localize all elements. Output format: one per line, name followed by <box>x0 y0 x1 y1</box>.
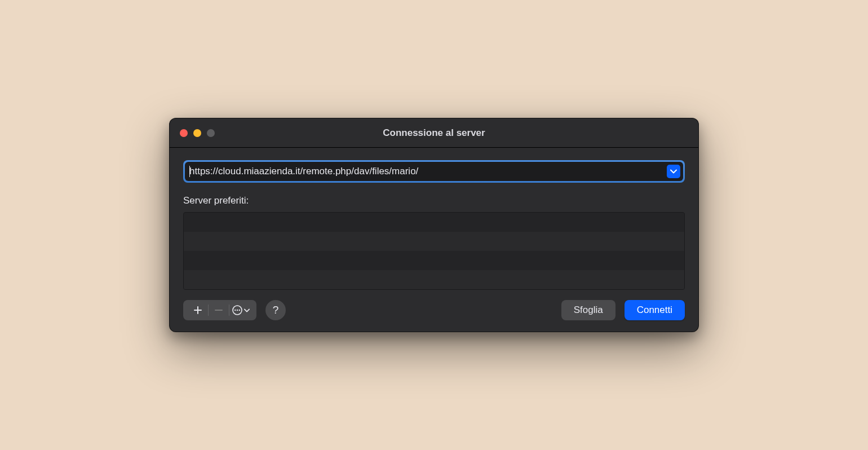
window-controls <box>180 129 215 137</box>
server-address-field-focus-ring <box>183 160 685 183</box>
add-favorite-button[interactable] <box>189 300 207 320</box>
favorite-servers-label: Server preferiti: <box>183 195 685 206</box>
more-actions-button[interactable] <box>231 305 251 316</box>
chevron-down-icon <box>670 169 677 174</box>
browse-button[interactable]: Sfoglia <box>561 300 615 320</box>
server-address-dropdown-button[interactable] <box>667 165 680 178</box>
footer: ? Sfoglia Connetti <box>183 300 685 320</box>
close-window-button[interactable] <box>180 129 188 137</box>
minimize-window-button[interactable] <box>193 129 201 137</box>
footer-left-controls: ? <box>183 300 286 320</box>
svg-point-3 <box>239 310 240 311</box>
footer-right-controls: Sfoglia Connetti <box>561 300 685 320</box>
list-row[interactable] <box>184 213 684 232</box>
plus-icon <box>193 306 202 315</box>
help-button[interactable]: ? <box>265 300 286 320</box>
titlebar: Connessione al server <box>170 118 698 148</box>
list-row[interactable] <box>184 232 684 251</box>
remove-favorite-button <box>210 300 228 320</box>
text-cursor <box>189 166 190 177</box>
connect-button[interactable]: Connetti <box>625 300 685 320</box>
list-actions-segmented <box>183 300 256 320</box>
svg-point-2 <box>237 310 238 311</box>
window-content: Server preferiti: <box>170 148 698 332</box>
zoom-window-button <box>207 129 215 137</box>
favorite-servers-list[interactable] <box>183 212 685 290</box>
connect-to-server-window: Connessione al server Server preferiti: <box>169 118 699 332</box>
svg-point-1 <box>234 310 236 311</box>
chevron-down-icon <box>244 308 250 312</box>
minus-icon <box>214 306 223 315</box>
segment-divider <box>208 305 209 316</box>
window-title: Connessione al server <box>170 127 698 139</box>
list-row[interactable] <box>184 251 684 270</box>
server-address-input[interactable] <box>185 162 667 181</box>
more-icon-button[interactable] <box>232 305 243 316</box>
server-address-combobox[interactable] <box>185 162 683 181</box>
ellipsis-circle-icon <box>232 305 243 316</box>
list-row[interactable] <box>184 270 684 289</box>
segment-divider <box>229 305 229 316</box>
